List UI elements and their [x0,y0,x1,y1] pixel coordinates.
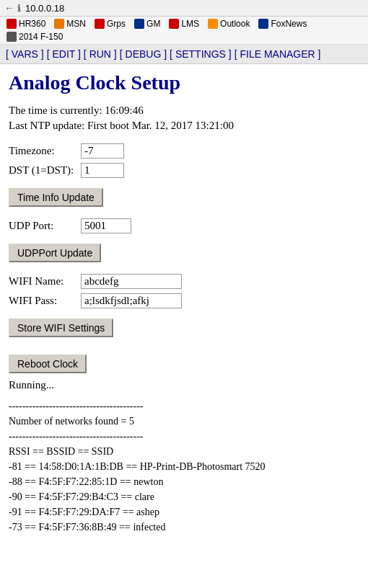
network-output: ----------------------------------------… [9,398,359,535]
nav-vars[interactable]: [ VARS ] [6,48,44,60]
reboot-section: Reboot Clock [9,349,359,373]
current-time-display: The time is currently: 16:09:46 [9,104,359,117]
wifi-name-input[interactable] [81,274,182,289]
bookmarks-bar: HR360 MSN Grps GM LMS Outlook FoxNews 20… [0,17,368,45]
f150-icon [6,32,17,42]
udp-port-row: UDP Port: [9,218,359,233]
page-content: Analog Clock Setup The time is currently… [0,64,368,542]
nav-file-manager[interactable]: [ FILE MANAGER ] [235,48,321,60]
outlook-icon [208,19,218,29]
grps-icon [95,19,105,29]
timezone-section: Timezone: DST (1=DST): Time Info Update [9,143,359,207]
gm-icon [134,19,144,29]
foxnews-icon [258,19,268,29]
bookmark-msn[interactable]: MSN [51,18,89,30]
bookmark-gm-label: GM [146,19,160,29]
bookmark-gm[interactable]: GM [131,18,164,30]
nav-settings[interactable]: [ SETTINGS ] [170,48,232,60]
bookmark-outlook-label: Outlook [220,19,250,29]
wifi-pass-label: WIFI Pass: [9,295,81,307]
bookmark-lms-label: LMS [181,19,199,29]
bookmark-msn-label: MSN [66,19,86,29]
back-button[interactable]: ← [4,2,14,14]
nav-debug[interactable]: [ DEBUG ] [120,48,167,60]
udp-port-label: UDP Port: [9,220,81,232]
bookmark-foxnews[interactable]: FoxNews [255,18,310,30]
page-title: Analog Clock Setup [9,71,359,94]
nav-run[interactable]: [ RUN ] [84,48,117,60]
bookmark-hr360-label: HR360 [19,19,45,29]
timezone-row: Timezone: [9,143,359,159]
nav-edit[interactable]: [ EDIT ] [47,48,81,60]
wifi-name-label: WIFI Name: [9,275,81,288]
udp-port-input[interactable] [81,218,131,233]
address-bar: ← ℹ 10.0.0.18 [0,0,368,17]
dst-input[interactable] [81,163,124,178]
running-status: Running... [9,379,359,391]
bookmark-foxnews-label: FoxNews [271,19,307,29]
msn-icon [54,19,64,29]
wifi-section: WIFI Name: WIFI Pass: Store WIFI Setting… [9,274,359,337]
udp-update-button[interactable]: UDPPort Update [9,244,101,262]
bookmark-grps-label: Grps [107,19,126,29]
url-display[interactable]: 10.0.0.18 [25,3,64,14]
bookmark-grps[interactable]: Grps [91,18,129,30]
bookmark-lms[interactable]: LMS [165,18,203,30]
wifi-name-row: WIFI Name: [9,274,359,289]
ntp-update-display: Last NTP update: First boot Mar. 12, 201… [9,120,359,132]
bookmark-hr360[interactable]: HR360 [3,18,49,30]
timezone-label: Timezone: [9,145,81,157]
lms-icon [169,19,179,29]
bookmark-f150[interactable]: 2014 F-150 [3,31,66,43]
reboot-button[interactable]: Reboot Clock [9,355,87,373]
wifi-pass-row: WIFI Pass: [9,293,359,308]
time-update-button[interactable]: Time Info Update [9,188,103,207]
nav-bar: [ VARS ] [ EDIT ] [ RUN ] [ DEBUG ] [ SE… [0,45,368,64]
dst-row: DST (1=DST): [9,163,359,178]
timezone-input[interactable] [81,143,124,159]
network-output-text: ----------------------------------------… [9,398,359,535]
store-wifi-button[interactable]: Store WIFI Settings [9,318,113,337]
info-icon: ℹ [17,3,21,14]
hr360-icon [6,19,17,29]
wifi-pass-input[interactable] [81,293,182,308]
bookmark-outlook[interactable]: Outlook [204,18,253,30]
dst-label: DST (1=DST): [9,164,81,177]
udp-section: UDP Port: UDPPort Update [9,218,359,262]
bookmark-f150-label: 2014 F-150 [19,32,63,42]
